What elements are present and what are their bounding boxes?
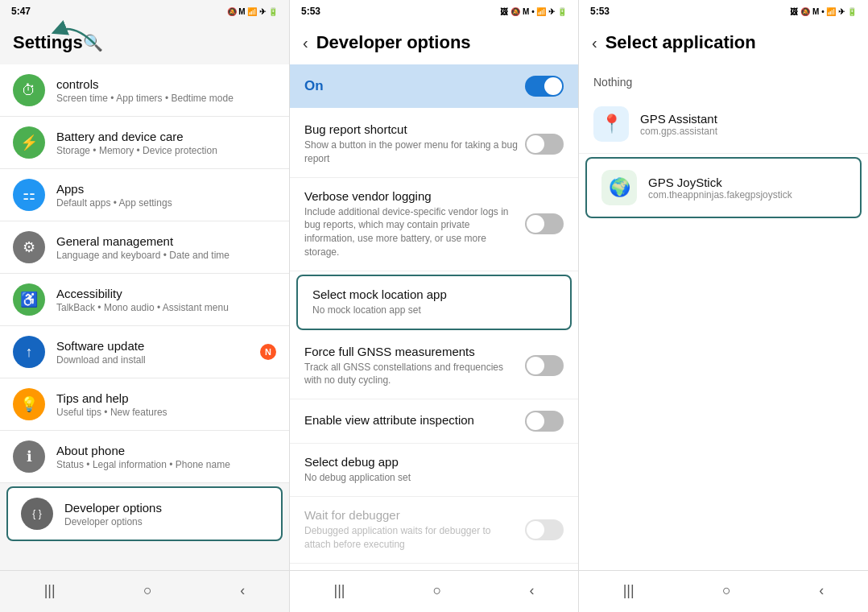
view-attr-toggle[interactable]	[525, 411, 564, 432]
status-bar-right: 5:53 🖼 🔕 M • 📶 ✈ 🔋	[579, 0, 868, 23]
nav-home-right[interactable]: ○	[706, 579, 747, 602]
about-title: About phone	[56, 444, 276, 457]
about-icon: ℹ	[13, 440, 45, 473]
back-button-right[interactable]: ‹	[592, 34, 597, 52]
tips-title: Tips and help	[56, 391, 276, 405]
settings-item-battery[interactable]: ⚡ Battery and device care Storage • Memo…	[0, 117, 289, 169]
wait-debugger-title: Wait for debugger	[304, 508, 515, 522]
dev-item-verbose[interactable]: Verbose vendor logging Include additiona…	[290, 178, 578, 271]
time-right: 5:53	[590, 6, 610, 17]
app-list-content: Nothing 📍 GPS Assistant com.gps.assistan…	[579, 64, 868, 570]
dev-item-bug-report[interactable]: Bug report shortcut Show a button in the…	[290, 111, 578, 178]
settings-panel: 5:47 🔕 M 📶 ✈ 🔋 Settings 🔍 ⏱ controls Scr…	[0, 0, 290, 612]
settings-item-controls[interactable]: ⏱ controls Screen time • App timers • Be…	[0, 64, 289, 117]
select-app-header: ‹ Select application	[579, 23, 868, 64]
dev-item-gnss[interactable]: Force full GNSS measurements Track all G…	[290, 333, 578, 400]
accessibility-title: Accessibility	[56, 287, 276, 300]
mock-location-subtitle: No mock location app set	[312, 304, 556, 317]
controls-title: controls	[56, 77, 276, 91]
software-title: Software update	[56, 339, 260, 353]
bug-report-subtitle: Show a button in the power menu for taki…	[304, 139, 525, 166]
software-badge: N	[260, 344, 276, 360]
developer-header: ‹ Developer options	[290, 23, 578, 64]
settings-header: Settings 🔍	[0, 23, 289, 64]
settings-list: ⏱ controls Screen time • App timers • Be…	[0, 64, 289, 570]
nav-menu-right[interactable]: |||	[607, 579, 651, 602]
wait-debugger-subtitle: Debugged application waits for debugger …	[304, 524, 515, 552]
battery-subtitle: Storage • Memory • Device protection	[56, 145, 276, 156]
status-icons-left: 🔕 M 📶 ✈ 🔋	[227, 7, 278, 16]
controls-subtitle: Screen time • App timers • Bedtime mode	[56, 93, 276, 104]
verbose-subtitle: Include additional device-specific vendo…	[304, 205, 515, 259]
controls-icon: ⏱	[13, 74, 45, 106]
wait-debugger-toggle[interactable]	[525, 519, 564, 540]
dev-item-wait-debugger[interactable]: Wait for debugger Debugged application w…	[290, 497, 578, 564]
back-button-mid[interactable]: ‹	[303, 34, 308, 52]
general-subtitle: Language and keyboard • Date and time	[56, 250, 276, 261]
nav-back-mid[interactable]: ‹	[513, 579, 550, 602]
debug-app-subtitle: No debug application set	[304, 471, 564, 485]
bottom-nav-left: ||| ○ ‹	[0, 570, 289, 612]
bottom-nav-right: ||| ○ ‹	[579, 570, 868, 612]
verbose-title: Verbose vendor logging	[304, 189, 515, 203]
settings-item-accessibility[interactable]: ♿ Accessibility TalkBack • Mono audio • …	[0, 274, 289, 326]
nav-home-mid[interactable]: ○	[417, 579, 458, 602]
about-subtitle: Status • Legal information • Phone name	[56, 459, 276, 470]
developer-title-header: Developer options	[316, 32, 565, 53]
dev-item-mock-location[interactable]: Select mock location app No mock locatio…	[296, 275, 572, 330]
accessibility-icon: ♿	[13, 283, 45, 316]
nav-menu-mid[interactable]: |||	[318, 579, 362, 602]
developer-toggle-row[interactable]: On	[290, 64, 578, 108]
app-item-gps-joystick[interactable]: 🌍 GPS JoyStick com.theappninjas.fakegpsj…	[585, 157, 862, 218]
battery-icon: ⚡	[13, 126, 45, 159]
mock-location-title: Select mock location app	[312, 287, 556, 301]
developer-subtitle: Developer options	[64, 516, 268, 527]
apps-title: Apps	[56, 182, 276, 196]
time-mid: 5:53	[301, 6, 320, 17]
general-icon: ⚙	[13, 231, 45, 263]
select-app-panel: 5:53 🖼 🔕 M • 📶 ✈ 🔋 ‹ Select application …	[579, 0, 868, 612]
gps-joystick-icon: 🌍	[601, 170, 637, 205]
nav-home-left[interactable]: ○	[127, 579, 168, 602]
settings-item-developer[interactable]: { } Developer options Developer options	[6, 486, 283, 541]
gnss-subtitle: Track all GNSS constellations and freque…	[304, 361, 515, 388]
settings-item-tips[interactable]: 💡 Tips and help Useful tips • New featur…	[0, 378, 289, 431]
general-title: General management	[56, 234, 276, 248]
accessibility-subtitle: TalkBack • Mono audio • Assistant menu	[56, 302, 276, 313]
dev-item-view-attr[interactable]: Enable view attribute inspection	[290, 399, 578, 444]
status-bar-mid: 5:53 🖼 🔕 M • 📶 ✈ 🔋	[290, 0, 578, 23]
settings-item-general[interactable]: ⚙ General management Language and keyboa…	[0, 221, 289, 274]
nav-menu-left[interactable]: |||	[28, 579, 72, 602]
time-left: 5:47	[11, 6, 31, 17]
software-subtitle: Download and install	[56, 354, 260, 366]
verbose-toggle[interactable]	[525, 213, 564, 234]
settings-item-apps[interactable]: ⚏ Apps Default apps • App settings	[0, 169, 289, 221]
gnss-toggle[interactable]	[525, 355, 564, 376]
nav-back-right[interactable]: ‹	[803, 579, 840, 602]
app-item-gps-assistant[interactable]: 📍 GPS Assistant com.gps.assistant	[579, 95, 868, 154]
dev-item-debug-app[interactable]: Select debug app No debug application se…	[290, 444, 578, 497]
view-attr-title: Enable view attribute inspection	[304, 413, 525, 427]
section-nothing: Nothing	[579, 64, 868, 95]
select-app-title: Select application	[606, 32, 855, 53]
developer-content: On Bug report shortcut Show a button in …	[290, 64, 578, 570]
apps-subtitle: Default apps • App settings	[56, 197, 276, 209]
gps-joystick-pkg: com.theappninjas.fakegpsjoystick	[648, 189, 792, 201]
developer-panel: 5:53 🖼 🔕 M • 📶 ✈ 🔋 ‹ Developer options O…	[290, 0, 579, 612]
developer-title: Developer options	[64, 501, 268, 515]
status-bar-left: 5:47 🔕 M 📶 ✈ 🔋	[0, 0, 289, 23]
gps-assistant-name: GPS Assistant	[640, 112, 717, 126]
developer-toggle-label: On	[304, 78, 324, 94]
developer-toggle[interactable]	[525, 76, 564, 97]
gps-joystick-name: GPS JoyStick	[648, 176, 792, 189]
developer-icon: { }	[21, 498, 53, 530]
tips-subtitle: Useful tips • New features	[56, 407, 276, 418]
settings-item-software[interactable]: ↑ Software update Download and install N	[0, 326, 289, 378]
settings-item-about[interactable]: ℹ About phone Status • Legal information…	[0, 431, 289, 483]
debug-app-title: Select debug app	[304, 455, 564, 469]
bug-report-toggle[interactable]	[525, 134, 564, 155]
annotation-arrow	[51, 16, 107, 48]
nav-back-left[interactable]: ‹	[224, 579, 261, 602]
tips-icon: 💡	[13, 388, 45, 420]
gps-assistant-pkg: com.gps.assistant	[640, 126, 717, 137]
